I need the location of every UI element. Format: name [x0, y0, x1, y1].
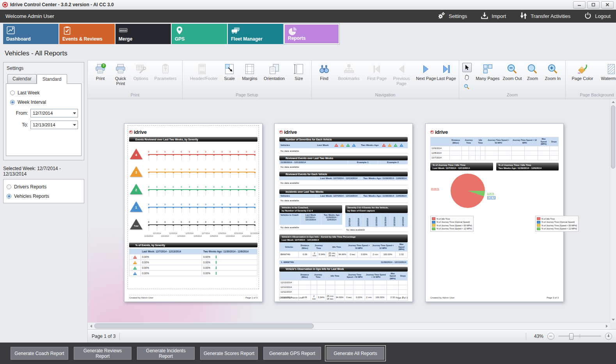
find-label: Find: [320, 76, 328, 81]
legend-swatch: [537, 227, 540, 230]
zoom-out-button[interactable]: Zoom Out: [502, 62, 522, 81]
horizontal-scroll-thumb[interactable]: [94, 323, 314, 328]
timeline-date-label: 12/8/2014: [210, 235, 218, 237]
size-button[interactable]: Size: [289, 62, 309, 81]
tab-events-reviews[interactable]: Events & Reviews: [59, 24, 115, 44]
zoom-out-label: Zoom Out: [503, 76, 522, 81]
generate-gps-report-button[interactable]: Generate GPS Report: [263, 347, 321, 360]
scroll-down-icon[interactable]: [610, 317, 616, 322]
zoom-slider[interactable]: [558, 336, 601, 337]
close-button[interactable]: [601, 1, 614, 9]
generate-reviews-report-button[interactable]: Generate Reviews Report: [74, 347, 131, 360]
generate-incidents-report-button[interactable]: Generate Incidents Report: [137, 347, 195, 360]
table-row: BMW740i 0.09 2 min 5.34% 25 min 26 sec 9…: [280, 251, 408, 257]
quick-print-button[interactable]: Quick Print: [110, 62, 131, 86]
tab-merge[interactable]: MERGE Merge: [115, 24, 171, 44]
severity-2-icon: 2: [346, 144, 350, 147]
pie-label-idle: 94.66 %: [431, 188, 439, 190]
find-button[interactable]: Find: [314, 62, 334, 81]
next-page-button[interactable]: Next Page: [416, 62, 436, 81]
severity-1-badge: 1: [130, 201, 142, 212]
vertical-scrollbar[interactable]: [610, 99, 616, 322]
margins-button[interactable]: Margins: [240, 62, 260, 81]
no-data-text: No data available: [279, 225, 342, 230]
watermark-button[interactable]: Watermark: [597, 62, 616, 81]
scroll-right-icon[interactable]: [604, 323, 610, 329]
orientation-button[interactable]: Orientation: [260, 62, 289, 81]
settings-button[interactable]: Settings: [437, 11, 467, 21]
import-button[interactable]: Import: [480, 11, 506, 21]
column-header: Last Week: 12/7/2014 - 12/13/2014: [141, 249, 202, 254]
first-page-button[interactable]: First Page: [367, 62, 387, 81]
zero-bar: [216, 261, 217, 264]
map-pin-icon: [175, 26, 184, 35]
to-label: To:: [9, 122, 28, 128]
legend-item: % of Journey Time (Optimal Speed): [537, 221, 577, 224]
pointer-tool-button[interactable]: [462, 63, 472, 72]
last-page-button[interactable]: Last Page: [436, 62, 456, 81]
logout-button[interactable]: Logout: [584, 11, 611, 21]
pie-legend-two-weeks-ago: % of Idle Time% of Journey Time (Optimal…: [535, 216, 579, 232]
horizontal-scrollbar[interactable]: [88, 322, 610, 329]
zoom-slider-thumb[interactable]: [569, 333, 573, 340]
watermark-label: Watermark: [601, 76, 616, 81]
tab-dashboard[interactable]: Dashboard: [3, 24, 59, 44]
scroll-left-icon[interactable]: [88, 323, 94, 329]
previous-page-button[interactable]: Previous Page: [387, 62, 416, 86]
maximize-button[interactable]: [587, 1, 600, 9]
tab-fleet-manager[interactable]: Fleet Manager: [228, 24, 283, 44]
hand-tool-button[interactable]: [462, 73, 471, 82]
generate-scores-report-button[interactable]: Generate Scores Report: [200, 347, 258, 360]
parameters-button[interactable]: ? Parameters: [151, 62, 180, 81]
severity-timelines-chart: 4000000000000003000000000000002000000000…: [129, 144, 257, 232]
tab-gps[interactable]: GPS: [172, 24, 227, 44]
severity-timeline-row: 400000000000000: [129, 144, 257, 162]
no-data-text: No data available: [279, 180, 408, 185]
from-date-select[interactable]: 12/7/2014: [30, 109, 78, 117]
week-interval-radio[interactable]: Week Interval: [10, 99, 77, 105]
status-bar: Page 1 of 3 43%: [88, 329, 616, 343]
tab-merge-label: Merge: [119, 36, 132, 42]
binoculars-icon: [318, 63, 330, 75]
minimize-button[interactable]: [573, 1, 586, 9]
last-week-radio[interactable]: Last Week: [10, 90, 77, 96]
report-section-header: Vehicle's Observation in Gps Info - Sort…: [279, 234, 408, 242]
print-preview-area[interactable]: idrive Events Reviewed over Last Two Wee…: [88, 99, 616, 322]
tab-standard[interactable]: Standard: [37, 74, 67, 84]
tab-reports[interactable]: Reports: [284, 24, 339, 44]
page-color-button[interactable]: Page Color: [568, 62, 597, 81]
no-data-text: No data available: [279, 198, 408, 203]
to-date-select[interactable]: 12/13/2014: [30, 121, 78, 129]
zoom-in-button[interactable]: Zoom In: [543, 62, 563, 81]
scale-button[interactable]: Scale: [219, 62, 240, 81]
generate-coach-report-button[interactable]: Generate Coach Report: [11, 347, 68, 360]
radio-checked-icon: [10, 100, 15, 105]
bookmarks-button[interactable]: Bookmarks: [334, 62, 363, 81]
margins-label: Margins: [242, 76, 257, 81]
options-button[interactable]: Options: [131, 62, 151, 81]
chevron-down-icon: [71, 121, 78, 129]
transfer-activities-button[interactable]: Transfer Activities: [519, 11, 570, 21]
zoom-button[interactable]: Zoom: [522, 62, 543, 81]
vehicles-reports-radio[interactable]: Vehicles Reports: [7, 194, 81, 199]
gps-week-table-continued: Distance (Miles) Journey Time Idle Time …: [430, 137, 559, 160]
idrive-logo-text: idrive: [435, 129, 448, 135]
logout-label: Logout: [595, 13, 611, 19]
margins-icon: [243, 63, 256, 75]
drivers-reports-radio[interactable]: Drivers Reports: [7, 184, 81, 190]
print-button[interactable]: ? Print: [90, 62, 110, 81]
previous-page-label: Previous Page: [389, 76, 414, 86]
zoom-in-button-small[interactable]: [605, 333, 612, 340]
header-footer-button[interactable]: Header/Footer: [185, 62, 219, 81]
zoom-out-button-small[interactable]: [547, 333, 554, 340]
severity-4-icon: 4: [133, 256, 137, 259]
page-color-icon: [576, 63, 589, 75]
timeline-date-label: 11/30/2014: [144, 235, 153, 237]
many-pages-button[interactable]: Many Pages: [473, 62, 502, 81]
legend-item: % of Idle Time: [432, 217, 472, 220]
scroll-up-icon[interactable]: [610, 99, 616, 105]
tab-calendar[interactable]: Calendar: [7, 74, 37, 83]
magnifier-tool-button[interactable]: [462, 82, 471, 91]
vertical-scroll-thumb[interactable]: [611, 105, 615, 169]
generate-all-reports-button[interactable]: Generate All Reports: [327, 347, 384, 360]
